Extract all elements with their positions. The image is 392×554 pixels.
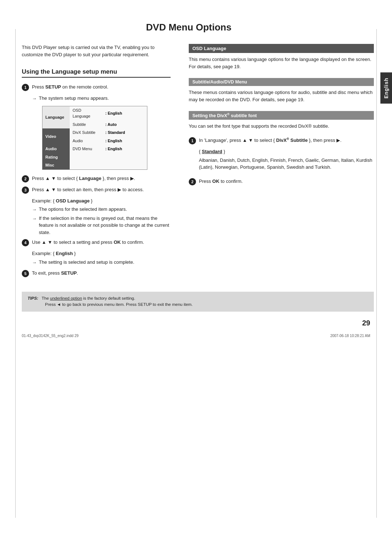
step-1: 1 Press SETUP on the remote control. (22, 83, 171, 91)
step-2-content: Press ▲ ▼ to select { Language }, then p… (32, 175, 135, 182)
menu-screenshot: Language OSD Language : English Subtitle… (42, 106, 147, 170)
step-4: 4 Use ▲ ▼ to select a setting and press … (22, 239, 171, 246)
menu-row-rating: Rating (42, 153, 147, 161)
menu-cell-language: Language (42, 106, 70, 129)
step-3-arrow2-text: If the selection in the menu is greyed o… (39, 215, 171, 236)
step-1-sub: → The system setup menu appears. Languag… (32, 95, 171, 170)
divx-section: Setting the DivX® subtitle font You can … (189, 111, 374, 185)
step-4-sub: Example: { English } → The setting is se… (32, 250, 171, 266)
subtitle-audio-body: These menus contains various language op… (189, 89, 374, 103)
content-area: This DVD Player setup is carried out via… (0, 44, 392, 281)
menu-cell-divx: DivX Subtitle (70, 128, 102, 137)
menu-cell-empty4 (102, 161, 147, 169)
step-3-arrow1-text: The options for the selected item appear… (39, 206, 127, 213)
menu-cell-video: Video (42, 128, 70, 145)
osd-language-section: OSD Language This menu contains various … (189, 44, 374, 70)
divx-step-2-content: Press OK to confirm. (199, 178, 243, 185)
footer-right: 2007-06-18 10:28:21 AM (330, 334, 370, 338)
arrow-icon-3: → (32, 215, 37, 222)
divx-standard-label: { Standard } (199, 148, 374, 155)
menu-row-video: Video DivX Subtitle : Standard (42, 128, 147, 137)
step-4-arrow1: → The setting is selected and setup is c… (32, 259, 171, 266)
step-4-example: Example: { English } (32, 250, 171, 257)
menu-cell-standard: : Standard (102, 128, 147, 137)
divx-standard-text: Albanian, Danish, Dutch, English, Finnis… (199, 157, 374, 171)
step-1-arrow-text: The system setup menu appears. (39, 95, 109, 102)
step-2-num: 2 (22, 175, 29, 182)
menu-cell-subtitle: Subtitle (70, 120, 102, 129)
osd-language-body: This menu contains various language opti… (189, 56, 374, 70)
page-wrapper: English DVD Menu Options This DVD Player… (0, 0, 392, 554)
menu-cell-english3: : English (102, 145, 147, 153)
step-2: 2 Press ▲ ▼ to select { Language }, then… (22, 175, 171, 182)
menu-cell-english2: : English (102, 137, 147, 145)
tips-line1: The underlined option is the factory def… (42, 296, 135, 300)
menu-cell-dvdmenu: DVD Menu (70, 145, 102, 153)
divx-step-2: 2 Press OK to confirm. (189, 178, 374, 185)
step-3-content: Press ▲ ▼ to select an item, then press … (32, 186, 144, 193)
menu-cell-audio: Audio (42, 145, 70, 153)
step-3-sub: Example: { OSD Language } → The options … (32, 197, 171, 236)
left-column: This DVD Player setup is carried out via… (22, 44, 181, 281)
step-3-num: 3 (22, 186, 29, 194)
page-title: DVD Menu Options (0, 22, 392, 33)
menu-cell-empty1 (70, 153, 102, 161)
step-1-content: Press SETUP on the remote control. (32, 83, 108, 91)
menu-cell-misc: Misc (42, 161, 70, 169)
right-column: OSD Language This menu contains various … (181, 44, 374, 281)
step-4-arrow1-text: The setting is selected and setup is com… (39, 259, 134, 266)
subtitle-audio-title: Subtitle/Audio/DVD Menu (189, 78, 374, 86)
section-heading: Using the Language setup menu (22, 68, 171, 78)
step-3: 3 Press ▲ ▼ to select an item, then pres… (22, 186, 171, 194)
menu-cell-empty3 (70, 161, 102, 169)
divx-step-1-content: In 'Language', press ▲ ▼ to select { Div… (199, 137, 342, 144)
divx-body: You can set the font type that supports … (189, 123, 374, 185)
menu-row-audio: Audio DVD Menu : English (42, 145, 147, 153)
menu-cell-english: : English (102, 106, 147, 120)
side-tab-english: English (380, 73, 392, 104)
divx-step-1-num: 1 (189, 137, 196, 144)
intro-text: This DVD Player setup is carried out via… (22, 44, 171, 58)
step-3-arrow1: → The options for the selected item appe… (32, 206, 171, 213)
footer: 01-43_dvp3142K_55_eng2.indd 29 2007-06-1… (0, 331, 392, 341)
step-3-arrow2: → If the selection in the menu is greyed… (32, 215, 171, 236)
step-3-example: Example: { OSD Language } (32, 197, 171, 205)
divx-title: Setting the DivX® subtitle font (189, 111, 374, 120)
divx-step-1: 1 In 'Language', press ▲ ▼ to select { D… (189, 137, 374, 144)
divx-intro: You can set the font type that supports … (189, 123, 374, 130)
arrow-icon-2: → (32, 206, 37, 213)
step-1-num: 1 (22, 84, 29, 91)
step-5-content: To exit, press SETUP. (32, 270, 78, 277)
step-4-content: Use ▲ ▼ to select a setting and press OK… (32, 239, 144, 246)
footer-left: 01-43_dvp3142K_55_eng2.indd 29 (22, 334, 78, 338)
menu-row-language: Language OSD Language : English (42, 106, 147, 120)
menu-cell-audio-sub: Audio (70, 137, 102, 145)
menu-cell-rating: Rating (42, 153, 70, 161)
edge-line-right (376, 29, 377, 518)
menu-cell-osd: OSD Language (70, 106, 102, 120)
menu-cell-auto: : Auto (102, 120, 147, 129)
step-5: 5 To exit, press SETUP. (22, 270, 171, 277)
subtitle-audio-section: Subtitle/Audio/DVD Menu These menus cont… (189, 78, 374, 103)
arrow-icon-4: → (32, 259, 37, 266)
menu-table: Language OSD Language : English Subtitle… (42, 106, 147, 169)
arrow-icon: → (32, 95, 37, 102)
step-5-num: 5 (22, 270, 29, 277)
tips-label: TIPS: (28, 296, 38, 300)
divx-step-2-num: 2 (189, 178, 196, 185)
page-number: 29 (0, 319, 392, 327)
tips-line2: Press ◄ to go back to previous menu item… (45, 302, 193, 307)
step-4-num: 4 (22, 239, 29, 246)
edge-line-left (15, 29, 16, 518)
menu-row-misc: Misc (42, 161, 147, 169)
tips-box: TIPS: The underlined option is the facto… (22, 292, 374, 312)
osd-language-title: OSD Language (189, 44, 374, 53)
menu-cell-empty2 (102, 153, 147, 161)
